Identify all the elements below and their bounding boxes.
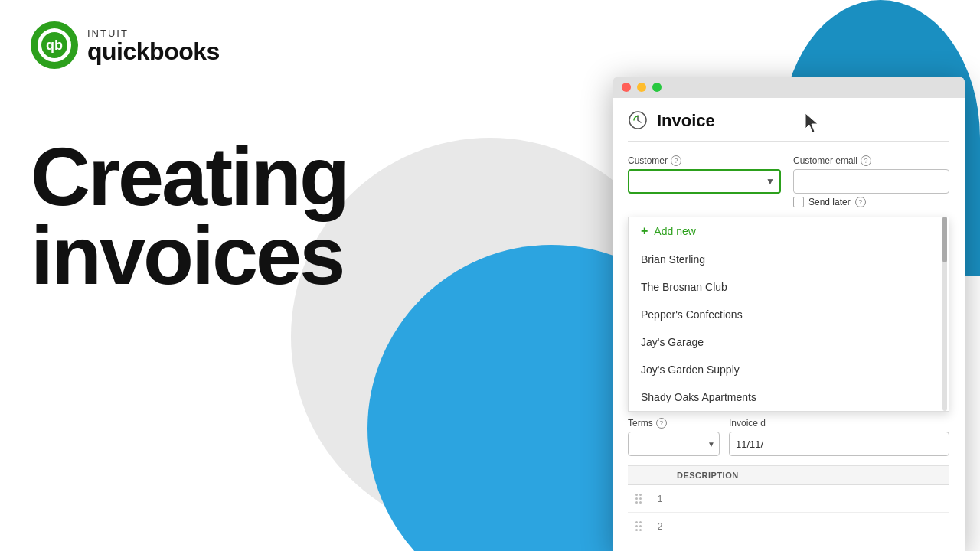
customer-email-group: Customer email ? Send later ? — [793, 155, 949, 207]
row-drag-2[interactable] — [628, 521, 649, 531]
hero-title: Creating invoices — [31, 138, 348, 295]
dropdown-item-label: Shady Oaks Apartments — [641, 391, 756, 403]
left-section: qb intuit quickbooks Creating invoices — [0, 0, 612, 551]
customer-email-row: Customer ? ▼ Customer email ? — [628, 155, 949, 207]
invoice-date-label: Invoice d — [729, 418, 949, 429]
dropdown-item-label: Joy's Garden Supply — [641, 364, 740, 376]
dropdown-scrollbar — [942, 217, 947, 411]
invoice-icon — [628, 110, 649, 132]
customer-label: Customer ? — [628, 155, 781, 166]
row-num-1: 1 — [649, 494, 671, 504]
invoice-date-group: Invoice d — [729, 418, 949, 456]
customer-dropdown: + Add new Brian Sterling The Brosnan Clu… — [628, 217, 949, 412]
qb-window: Invoice Customer ? ▼ Customer email — [612, 77, 965, 551]
terms-select-wrapper: ▼ — [628, 432, 720, 456]
table-row: 2 — [628, 513, 949, 540]
send-later-help-icon[interactable]: ? — [855, 197, 866, 207]
window-content: Invoice Customer ? ▼ Customer email — [612, 98, 965, 551]
add-icon: + — [641, 224, 648, 238]
terms-label: Terms ? — [628, 418, 720, 429]
customer-email-help-icon[interactable]: ? — [861, 155, 871, 166]
customer-input[interactable] — [628, 169, 781, 194]
row-num-2: 2 — [649, 521, 671, 532]
scrollbar-thumb — [942, 217, 947, 262]
logo-area: qb intuit quickbooks — [31, 21, 220, 69]
window-titlebar — [612, 77, 965, 98]
customer-help-icon[interactable]: ? — [671, 155, 681, 166]
right-section: Invoice Customer ? ▼ Customer email — [612, 0, 980, 551]
customer-email-label: Customer email ? — [793, 155, 949, 166]
invoice-title: Invoice — [657, 111, 715, 131]
terms-select[interactable] — [628, 432, 720, 456]
description-col-header: DESCRIPTION — [671, 471, 949, 480]
customer-email-input[interactable] — [793, 169, 949, 194]
brand-quickbooks-label: quickbooks — [87, 39, 220, 64]
dropdown-item-label: Pepper's Confections — [641, 308, 743, 321]
dropdown-item-label: Jay's Garage — [641, 336, 704, 348]
send-later-label: Send later — [808, 197, 851, 207]
dropdown-item-shady[interactable]: Shady Oaks Apartments — [629, 383, 949, 411]
send-later-checkbox[interactable] — [793, 197, 804, 207]
hero-line2: invoices — [31, 217, 348, 295]
send-later-row: Send later ? — [793, 197, 949, 207]
dropdown-item-label: The Brosnan Club — [641, 281, 727, 293]
terms-date-row: Terms ? ▼ Invoice d — [628, 418, 949, 456]
terms-arrow: ▼ — [707, 440, 715, 448]
dropdown-item-pepper[interactable]: Pepper's Confections — [629, 301, 949, 328]
dropdown-item-brosnan[interactable]: The Brosnan Club — [629, 273, 949, 301]
table-header: DESCRIPTION — [628, 466, 949, 485]
terms-group: Terms ? ▼ — [628, 418, 720, 456]
window-minimize-btn[interactable] — [637, 83, 646, 92]
invoice-header: Invoice — [628, 110, 949, 142]
brand-text: intuit quickbooks — [87, 28, 220, 64]
qb-logo-icon: qb — [38, 28, 71, 62]
dropdown-item-joy[interactable]: Joy's Garden Supply — [629, 356, 949, 383]
table-row: 1 — [628, 485, 949, 513]
add-new-label: Add new — [654, 225, 695, 237]
window-maximize-btn[interactable] — [652, 83, 662, 92]
terms-help-icon[interactable]: ? — [656, 418, 667, 429]
dropdown-item-jay[interactable]: Jay's Garage — [629, 328, 949, 356]
customer-input-wrapper: ▼ — [628, 169, 781, 194]
dropdown-add-new[interactable]: + Add new — [629, 217, 949, 246]
quickbooks-logo: qb — [31, 21, 78, 69]
svg-text:qb: qb — [46, 37, 63, 53]
dropdown-item-brian[interactable]: Brian Sterling — [629, 246, 949, 273]
window-close-btn[interactable] — [622, 83, 631, 92]
table-area: DESCRIPTION 1 2 — [628, 465, 949, 540]
row-drag-1[interactable] — [628, 494, 649, 504]
hero-line1: Creating — [31, 138, 348, 217]
hero-text: Creating invoices — [31, 138, 348, 295]
dropdown-menu: + Add new Brian Sterling The Brosnan Clu… — [628, 217, 949, 412]
customer-group: Customer ? ▼ — [628, 155, 781, 194]
invoice-date-input[interactable] — [729, 432, 949, 456]
dropdown-item-label: Brian Sterling — [641, 253, 705, 266]
